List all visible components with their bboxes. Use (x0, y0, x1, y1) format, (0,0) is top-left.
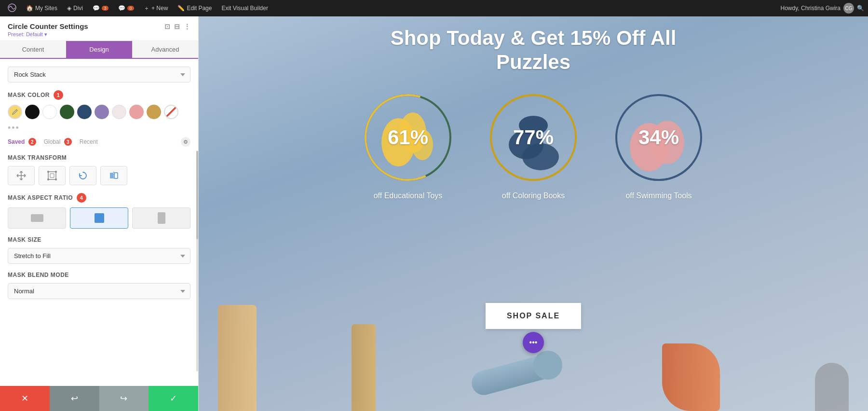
wrench-handle (469, 352, 559, 398)
mask-color-label: Mask Color 1 (8, 90, 190, 100)
mask-blend-label: Mask Blend Mode (8, 272, 190, 278)
divi-label: Divi (73, 5, 83, 12)
columns-icon[interactable]: ⊟ (174, 23, 180, 30)
svg-point-5 (47, 178, 49, 180)
transform-resize-btn[interactable] (39, 166, 66, 185)
color-tab-saved[interactable]: Saved 2 (8, 138, 36, 146)
aspect-wide-btn[interactable] (8, 207, 66, 229)
howdy-section: Howdy, Christina Gwira CG 🔍 (781, 3, 864, 14)
page-preview: Shop Today & Get 15% Off All Puzzles (199, 16, 868, 411)
color-swatch-purple[interactable] (95, 105, 109, 119)
transform-flip-btn[interactable] (100, 166, 127, 185)
mask-style-select[interactable]: Rock Stack (8, 67, 190, 82)
color-tabs-row: Saved 2 Global 3 Recent ⚙ (8, 137, 190, 147)
cancel-button[interactable]: ✕ (0, 386, 50, 411)
color-swatch-none[interactable] (164, 105, 178, 119)
scroll-indicator (196, 151, 198, 371)
divi-icon: ◈ (67, 5, 71, 12)
circle-container-1: 61% (360, 89, 456, 186)
circle-item-1: 61% off Educational Toys (360, 89, 456, 200)
circle-label-2: off Coloring Books (502, 192, 565, 200)
save-button[interactable]: ✓ (149, 386, 198, 411)
color-swatch-gold[interactable] (147, 105, 161, 119)
edit-page-item[interactable]: ✏️ Edit Page (174, 0, 216, 16)
wp-logo-item[interactable] (4, 0, 20, 16)
color-swatch-white[interactable] (42, 105, 57, 119)
mask-size-select[interactable]: Stretch to Fill (8, 248, 190, 264)
mask-blend-select[interactable]: Normal (8, 283, 190, 299)
notices-item[interactable]: 💬 0 (114, 0, 138, 16)
more-colors-dots[interactable]: ••• (8, 123, 20, 133)
panel-footer: ✕ ↩ ↪ ✓ (0, 386, 198, 411)
edit-page-label: Edit Page (187, 5, 212, 12)
color-swatch-pink[interactable] (129, 105, 144, 119)
transform-move-btn[interactable] (8, 166, 35, 185)
redo-button[interactable]: ↪ (99, 386, 149, 411)
preview-background: Shop Today & Get 15% Off All Puzzles (199, 16, 868, 411)
scroll-thumb (196, 151, 198, 239)
floating-dots-button[interactable]: ••• (523, 332, 544, 353)
color-swatch-light-pink[interactable] (112, 105, 126, 119)
svg-rect-8 (114, 173, 118, 178)
svg-point-3 (47, 171, 49, 173)
divi-item[interactable]: ◈ Divi (63, 0, 87, 16)
toy-orange (662, 343, 720, 411)
wrench-head (533, 351, 562, 380)
svg-point-6 (55, 178, 57, 180)
undo-button[interactable]: ↩ (50, 386, 99, 411)
panel-title-row: Circle Counter Settings ⊡ ⊟ ⋮ (8, 22, 190, 30)
panel-title-icons: ⊡ ⊟ ⋮ (164, 23, 190, 30)
new-item[interactable]: ＋ + New (140, 0, 172, 16)
circle-item-3: 34% off Swimming Tools (610, 89, 707, 200)
color-swatch-dark-blue[interactable] (77, 105, 92, 119)
circle-percent-3: 34% (638, 126, 679, 149)
resize-icon[interactable]: ⊡ (164, 23, 170, 30)
pencil-icon: ✏️ (177, 5, 185, 12)
panel-header: Circle Counter Settings ⊡ ⊟ ⋮ Preset: De… (0, 16, 198, 41)
panel-content: Rock Stack Mask Color 1 (0, 59, 198, 386)
global-badge: 3 (64, 138, 72, 146)
svg-point-4 (55, 171, 57, 173)
more-icon[interactable]: ⋮ (184, 23, 190, 30)
aspect-tall-btn[interactable] (132, 207, 190, 229)
preset-label[interactable]: Preset: Default ▾ (8, 31, 190, 38)
notices-count: 0 (127, 6, 134, 11)
circle-label-1: off Educational Toys (374, 192, 443, 200)
my-sites-item[interactable]: 🏠 My Sites (22, 0, 61, 16)
color-swatches (8, 105, 190, 119)
color-swatches-more: ••• (8, 123, 190, 133)
color-settings-icon[interactable]: ⚙ (181, 137, 190, 147)
shop-sale-button[interactable]: SHOP SALE (486, 303, 581, 329)
mask-transform-label: Mask Transform (8, 154, 190, 161)
color-swatch-dark-green[interactable] (60, 105, 74, 119)
comments-item[interactable]: 💬 3 (89, 0, 112, 16)
circle-percent-1: 61% (388, 126, 428, 149)
tab-content[interactable]: Content (0, 41, 66, 58)
panel-title-text: Circle Counter Settings (8, 22, 88, 30)
settings-panel: Circle Counter Settings ⊡ ⊟ ⋮ Preset: De… (0, 16, 199, 411)
hero-title: Shop Today & Get 15% Off All Puzzles (365, 26, 702, 75)
saved-badge: 2 (28, 138, 36, 146)
mask-color-text: Mask Color (8, 92, 50, 98)
circle-percent-2: 77% (513, 126, 554, 149)
aspect-square-btn[interactable] (70, 207, 128, 229)
color-swatch-black[interactable] (25, 105, 40, 119)
aspect-wide-shape (31, 214, 43, 222)
transform-rotate-btn[interactable] (69, 166, 96, 185)
tab-design[interactable]: Design (66, 41, 132, 58)
exit-builder-item[interactable]: Exit Visual Builder (217, 0, 272, 16)
comments-badge: 3 (102, 6, 108, 11)
comment-icon: 💬 (93, 5, 100, 12)
color-tab-recent[interactable]: Recent (80, 138, 98, 145)
svg-rect-7 (110, 173, 113, 178)
aspect-ratio-buttons (8, 207, 190, 229)
home-icon: 🏠 (26, 5, 33, 12)
color-tab-global[interactable]: Global 3 (44, 138, 72, 146)
panel-tabs: Content Design Advanced (0, 41, 198, 59)
avatar: CG (843, 3, 854, 14)
circle-container-3: 34% (610, 89, 707, 186)
eyedropper-swatch[interactable] (8, 105, 22, 119)
search-icon[interactable]: 🔍 (857, 5, 864, 12)
tab-advanced[interactable]: Advanced (132, 41, 198, 58)
circles-row: 61% off Educational Toys (360, 89, 707, 200)
